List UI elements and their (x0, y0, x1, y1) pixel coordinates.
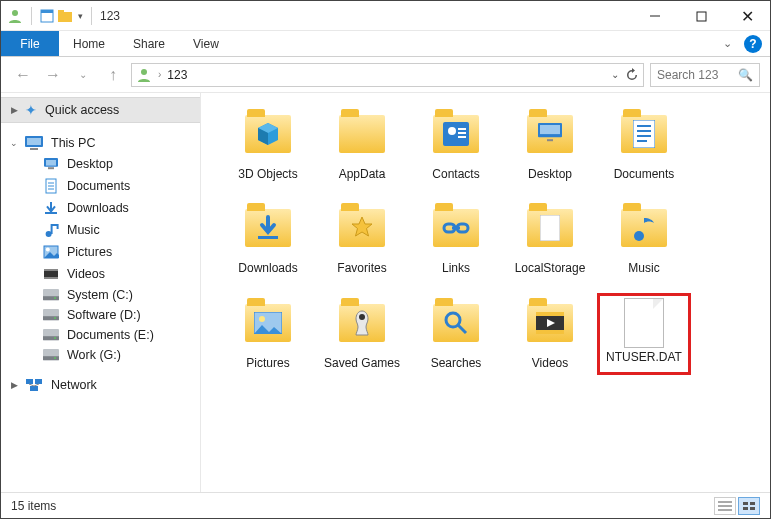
sidebar-item[interactable]: Desktop (1, 153, 200, 175)
breadcrumb[interactable]: 123 (167, 68, 187, 82)
sidebar-item[interactable]: Downloads (1, 197, 200, 219)
folder-item[interactable]: Links (414, 203, 498, 275)
nav-forward-button[interactable]: → (41, 63, 65, 87)
sidebar-item[interactable]: Videos (1, 263, 200, 285)
sidebar-item[interactable]: Software (D:) (1, 305, 200, 325)
svg-rect-18 (45, 212, 57, 214)
ribbon-expand-icon[interactable]: ⌄ (723, 37, 732, 50)
address-dropdown-icon[interactable]: ⌄ (611, 69, 619, 80)
search-box[interactable]: 🔍 (650, 63, 760, 87)
svg-point-33 (54, 338, 56, 340)
folder-icon (527, 115, 573, 153)
sidebar-item-label: Quick access (45, 103, 119, 117)
nav-up-button[interactable]: ↑ (101, 63, 125, 87)
folder-icon (433, 304, 479, 342)
sidebar-this-pc[interactable]: ⌄ This PC (1, 133, 200, 153)
svg-rect-12 (46, 160, 56, 166)
sidebar-item[interactable]: Pictures (1, 241, 200, 263)
svg-rect-44 (458, 128, 466, 130)
tab-share[interactable]: Share (119, 31, 179, 56)
user-path-icon (136, 67, 152, 83)
view-details-button[interactable] (714, 497, 736, 515)
sidebar-item-label: Documents (67, 179, 130, 193)
status-bar: 15 items (1, 492, 770, 518)
svg-rect-54 (637, 140, 647, 142)
sidebar-item-label: Documents (E:) (67, 328, 154, 342)
folder-item[interactable]: LocalStorage (508, 203, 592, 275)
folder-item[interactable]: Videos (508, 298, 592, 370)
nav-back-button[interactable]: ← (11, 63, 35, 87)
qat-properties-icon[interactable] (40, 9, 54, 23)
folder-item[interactable]: Downloads (226, 203, 310, 275)
search-icon: 🔍 (738, 68, 753, 82)
qat-dropdown-icon[interactable]: ▾ (78, 11, 83, 21)
folder-item[interactable]: Contacts (414, 109, 498, 181)
folder-item[interactable]: Saved Games (320, 298, 404, 370)
svg-point-30 (54, 318, 56, 320)
svg-rect-73 (750, 502, 755, 505)
sidebar-network[interactable]: ▶ Network (1, 375, 200, 395)
folder-icon (433, 209, 479, 247)
svg-point-62 (259, 316, 265, 322)
pictures-icon (43, 244, 59, 260)
help-icon[interactable]: ? (744, 35, 762, 53)
folder-item[interactable]: Favorites (320, 203, 404, 275)
sidebar-item[interactable]: Documents (1, 175, 200, 197)
svg-rect-75 (750, 507, 755, 510)
sidebar-quick-access[interactable]: ▶ ✦ Quick access (1, 97, 200, 123)
svg-rect-51 (637, 125, 651, 127)
nav-recent-dropdown[interactable]: ⌄ (71, 63, 95, 87)
tab-home[interactable]: Home (59, 31, 119, 56)
view-icons-button[interactable] (738, 497, 760, 515)
folder-item[interactable]: Documents (602, 109, 686, 181)
this-pc-icon (25, 136, 43, 150)
svg-point-27 (54, 298, 56, 300)
search-input[interactable] (657, 68, 732, 82)
folder-icon (621, 115, 667, 153)
svg-rect-37 (26, 379, 33, 384)
user-icon (7, 8, 23, 24)
tree-expander-icon[interactable]: ⌄ (9, 138, 19, 148)
folder-item[interactable]: AppData (320, 109, 404, 181)
item-count: 15 items (11, 499, 56, 513)
content-pane[interactable]: 3D ObjectsAppDataContactsDesktopDocument… (201, 93, 770, 492)
window-title: 123 (100, 9, 120, 23)
refresh-icon[interactable] (625, 68, 639, 82)
sidebar-item[interactable]: Work (G:) (1, 345, 200, 365)
maximize-button[interactable] (678, 1, 724, 31)
svg-point-63 (359, 314, 365, 320)
folder-icon (339, 115, 385, 153)
sidebar-item[interactable]: Music (1, 219, 200, 241)
folder-icon (433, 115, 479, 153)
qat-newfolder-icon[interactable] (58, 9, 74, 23)
svg-rect-35 (43, 357, 59, 361)
sidebar-item[interactable]: System (C:) (1, 285, 200, 305)
folder-item[interactable]: Desktop (508, 109, 592, 181)
svg-rect-39 (30, 386, 38, 391)
tab-view[interactable]: View (179, 31, 233, 56)
separator (31, 7, 32, 25)
svg-rect-55 (258, 236, 278, 239)
folder-item[interactable]: Pictures (226, 298, 310, 370)
sidebar-item-label: Downloads (67, 201, 129, 215)
svg-point-36 (54, 358, 56, 360)
file-item[interactable]: NTUSER.DAT (602, 298, 686, 370)
folder-item[interactable]: Searches (414, 298, 498, 370)
file-tab[interactable]: File (1, 31, 59, 56)
tree-expander-icon[interactable]: ▶ (9, 105, 19, 115)
close-button[interactable]: ✕ (724, 1, 770, 31)
svg-rect-74 (743, 507, 748, 510)
drive-icon (43, 289, 59, 300)
address-bar[interactable]: › 123 ⌄ (131, 63, 644, 87)
sidebar-item[interactable]: Documents (E:) (1, 325, 200, 345)
tree-expander-icon[interactable]: ▶ (9, 380, 19, 390)
item-label: LocalStorage (508, 261, 592, 275)
svg-rect-68 (536, 330, 564, 334)
breadcrumb-sep: › (158, 69, 161, 80)
folder-item[interactable]: 3D Objects (226, 109, 310, 181)
svg-rect-23 (44, 269, 58, 271)
folder-item[interactable]: Music (602, 203, 686, 275)
svg-rect-10 (30, 148, 38, 150)
minimize-button[interactable] (632, 1, 678, 31)
svg-rect-24 (44, 277, 58, 279)
